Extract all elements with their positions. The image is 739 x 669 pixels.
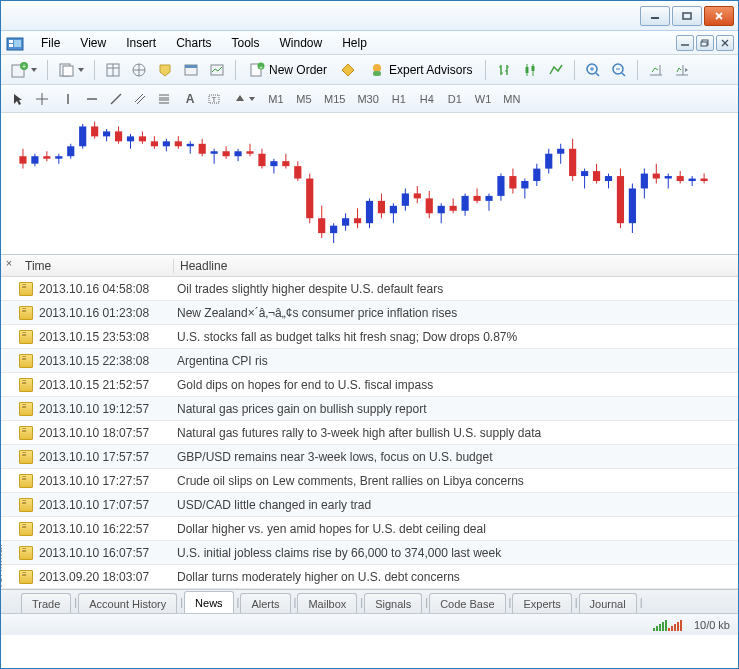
tab-signals[interactable]: Signals [364,593,422,613]
navigator-button[interactable] [127,59,151,81]
maximize-button[interactable] [672,6,702,26]
timeframe-m1[interactable]: M1 [263,89,289,109]
svg-line-64 [135,94,143,102]
text-label-button[interactable]: T [203,88,225,110]
svg-marker-26 [160,65,170,76]
line-chart-button[interactable] [544,59,568,81]
svg-rect-109 [223,151,230,156]
tab-experts[interactable]: Experts [512,593,571,613]
menu-file[interactable]: File [31,34,70,52]
arrows-button[interactable] [229,88,259,110]
new-chart-button[interactable]: + [7,59,41,81]
chart-area[interactable] [1,113,738,255]
menu-view[interactable]: View [70,34,116,52]
tab-code-base[interactable]: Code Base [429,593,505,613]
strategy-tester-button[interactable] [205,59,229,81]
col-time-header[interactable]: Time [19,259,173,273]
news-row[interactable]: 2013.10.10 17:57:57GBP/USD remains near … [1,445,738,469]
text-button[interactable]: A [179,88,201,110]
news-row[interactable]: 2013.10.10 17:27:57Crude oil slips on Le… [1,469,738,493]
metaeditor-button[interactable] [336,59,360,81]
channel-button[interactable] [129,88,151,110]
news-row[interactable]: 2013.10.10 17:07:57USD/CAD little change… [1,493,738,517]
svg-rect-137 [390,206,397,213]
svg-rect-123 [306,179,313,219]
timeframe-mn[interactable]: MN [498,89,525,109]
vertical-line-button[interactable] [57,88,79,110]
news-headline: New Zealand×´â‚¬â„¢s consumer price infl… [171,306,738,320]
menu-tools[interactable]: Tools [222,34,270,52]
svg-rect-129 [342,218,349,225]
fibonacci-button[interactable] [153,88,175,110]
candlestick-button[interactable] [518,59,542,81]
new-order-label: New Order [269,63,327,77]
close-button[interactable] [704,6,734,26]
timeframe-h4[interactable]: H4 [414,89,440,109]
svg-rect-83 [67,146,74,156]
news-row[interactable]: 2013.10.15 23:53:08U.S. stocks fall as b… [1,325,738,349]
svg-rect-153 [485,196,492,201]
news-row[interactable]: 2013.10.15 22:38:08Argentina CPI ris [1,349,738,373]
minimize-button[interactable] [640,6,670,26]
timeframe-m15[interactable]: M15 [319,89,350,109]
connection-icon [653,619,682,631]
zoom-in-button[interactable] [581,59,605,81]
mdi-minimize-button[interactable] [676,35,694,51]
tab-mailbox[interactable]: Mailbox [297,593,357,613]
data-window-button[interactable] [153,59,177,81]
profiles-button[interactable] [54,59,88,81]
app-icon [5,33,25,53]
svg-rect-179 [641,174,648,189]
menu-charts[interactable]: Charts [166,34,221,52]
new-order-button[interactable]: +New Order [242,59,334,81]
bar-chart-button[interactable] [492,59,516,81]
crosshair-button[interactable] [31,88,53,110]
timeframe-m30[interactable]: M30 [352,89,383,109]
timeframe-w1[interactable]: W1 [470,89,497,109]
news-row[interactable]: 2013.09.20 18:03:07Dollar turns moderate… [1,565,738,589]
tab-account-history[interactable]: Account History [78,593,177,613]
news-row[interactable]: 2013.10.10 16:22:57Dollar higher vs. yen… [1,517,738,541]
menu-insert[interactable]: Insert [116,34,166,52]
news-row[interactable]: 2013.10.16 01:23:08New Zealand×´â‚¬â„¢s … [1,301,738,325]
tab-news[interactable]: News [184,591,234,613]
svg-rect-157 [509,176,516,188]
news-headline: Natural gas prices gain on bullish suppl… [171,402,738,416]
chart-shift-button[interactable] [670,59,694,81]
terminal-button[interactable] [179,59,203,81]
svg-rect-169 [581,171,588,176]
news-time: 2013.10.10 18:07:57 [39,426,171,440]
cursor-button[interactable] [7,88,29,110]
tab-trade[interactable]: Trade [21,593,71,613]
news-time: 2013.09.20 18:03:07 [39,570,171,584]
zoom-out-button[interactable] [607,59,631,81]
col-headline-header[interactable]: Headline [173,259,738,273]
expert-advisors-button[interactable]: Expert Advisors [362,59,479,81]
horizontal-line-button[interactable] [81,88,103,110]
auto-scroll-button[interactable] [644,59,668,81]
timeframe-m5[interactable]: M5 [291,89,317,109]
news-icon [19,282,33,296]
timeframe-h1[interactable]: H1 [386,89,412,109]
panel-close-button[interactable]: × [3,257,15,269]
svg-rect-87 [91,126,98,136]
news-row[interactable]: 2013.10.10 19:12:57Natural gas prices ga… [1,397,738,421]
menu-help[interactable]: Help [332,34,377,52]
trendline-button[interactable] [105,88,127,110]
news-row[interactable]: 2013.10.10 16:07:57U.S. initial jobless … [1,541,738,565]
news-row[interactable]: 2013.10.15 21:52:57Gold dips on hopes fo… [1,373,738,397]
tab-journal[interactable]: Journal [579,593,637,613]
market-watch-button[interactable] [101,59,125,81]
timeframe-d1[interactable]: D1 [442,89,468,109]
svg-rect-1 [683,13,691,19]
news-row[interactable]: 2013.10.10 18:07:57Natural gas futures r… [1,421,738,445]
news-list[interactable]: 2013.10.16 04:58:08Oil trades slightly h… [1,277,738,589]
mdi-restore-button[interactable] [696,35,714,51]
menu-window[interactable]: Window [270,34,333,52]
news-icon [19,522,33,536]
tab-alerts[interactable]: Alerts [240,593,290,613]
mdi-close-button[interactable] [716,35,734,51]
news-headline: Dollar higher vs. yen amid hopes for U.S… [171,522,738,536]
news-row[interactable]: 2013.10.16 04:58:08Oil trades slightly h… [1,277,738,301]
svg-text:T: T [212,95,217,104]
